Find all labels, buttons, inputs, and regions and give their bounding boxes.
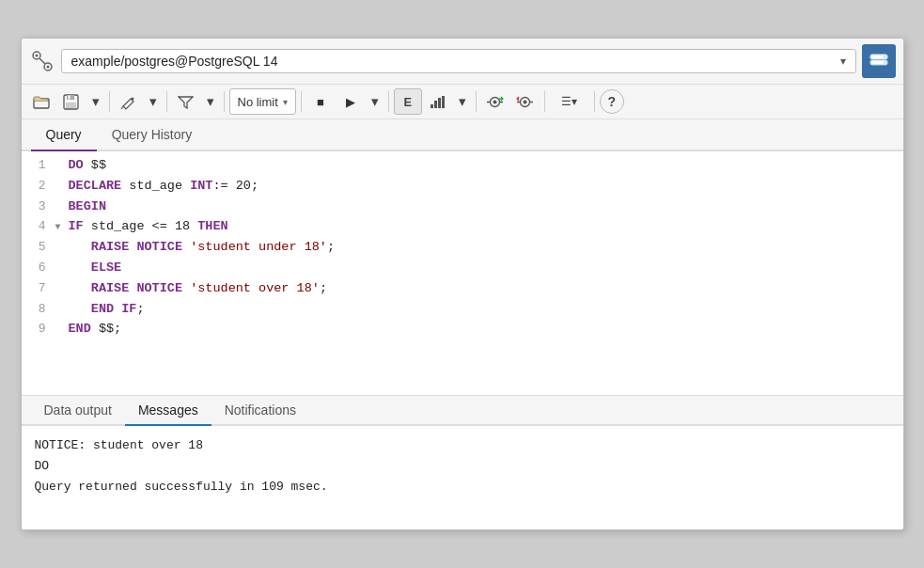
svg-point-21 — [493, 100, 497, 103]
help-button[interactable]: ? — [600, 89, 624, 114]
tab-query[interactable]: Query — [31, 119, 97, 151]
connection-string-box[interactable]: example/postgres@PostgreSQL 14 ▾ — [61, 49, 856, 73]
svg-rect-18 — [438, 98, 441, 108]
save-dropdown-button[interactable]: ▾ — [87, 88, 104, 115]
filter-dropdown-button[interactable]: ▾ — [202, 88, 219, 115]
svg-line-2 — [39, 58, 45, 64]
separator-3 — [224, 91, 225, 112]
svg-rect-19 — [442, 96, 445, 108]
output-line-1: NOTICE: student over 18 — [35, 435, 890, 456]
edit-button[interactable] — [115, 88, 143, 115]
tab-data-output[interactable]: Data output — [31, 396, 125, 426]
code-line-2: 2 DECLARE std_age INT:= 20; — [22, 176, 903, 197]
svg-point-8 — [884, 56, 885, 58]
separator-5 — [388, 91, 389, 112]
main-window: example/postgres@PostgreSQL 14 ▾ ▾ ▾ — [21, 38, 904, 530]
open-file-button[interactable] — [27, 88, 55, 115]
code-line-6: 6 ELSE — [22, 258, 903, 278]
filter-button[interactable] — [172, 88, 200, 115]
run-button[interactable]: ▶ — [337, 88, 365, 115]
limit-dropdown[interactable]: No limit ▾ — [229, 88, 296, 115]
edit-dropdown-button[interactable]: ▾ — [145, 88, 162, 115]
output-area: NOTICE: student over 18 DO Query returne… — [22, 426, 903, 529]
separator-7 — [544, 91, 545, 112]
svg-rect-14 — [66, 103, 76, 108]
connection-chevron-icon: ▾ — [840, 55, 846, 68]
tab-messages[interactable]: Messages — [125, 396, 211, 426]
code-line-7: 7 RAISE NOTICE 'student over 18'; — [22, 278, 903, 299]
svg-rect-12 — [67, 95, 74, 100]
commit-button[interactable] — [481, 88, 509, 115]
svg-rect-17 — [434, 101, 437, 108]
save-button[interactable] — [57, 88, 86, 115]
separator-4 — [301, 91, 302, 112]
code-line-9: 9 END $$; — [22, 319, 903, 339]
output-line-2: DO — [35, 456, 890, 477]
explain-analyze-button[interactable] — [424, 88, 452, 115]
svg-line-15 — [121, 106, 123, 109]
output-line-4: Query returned successfully in 109 msec. — [35, 477, 890, 497]
toolbar: ▾ ▾ ▾ No limit ▾ ■ ▶ ▾ E ▾ — [22, 85, 903, 119]
db-server-icon[interactable] — [862, 44, 896, 78]
stop-button[interactable]: ■ — [306, 88, 335, 115]
separator-6 — [476, 91, 477, 112]
run-dropdown-button[interactable]: ▾ — [367, 88, 384, 115]
rollback-button[interactable] — [511, 88, 540, 115]
code-line-3: 3 BEGIN — [22, 197, 903, 217]
code-line-1: 1 DO $$ — [22, 155, 903, 176]
code-line-8: 8 END IF; — [22, 299, 903, 320]
tab-notifications[interactable]: Notifications — [211, 396, 309, 426]
result-tabs-bar: Data output Messages Notifications — [22, 396, 903, 426]
code-line-5: 5 RAISE NOTICE 'student under 18'; — [22, 237, 903, 258]
limit-chevron-icon: ▾ — [283, 97, 288, 107]
svg-point-3 — [35, 55, 38, 57]
explain-dropdown-button[interactable]: ▾ — [454, 88, 471, 115]
connection-string-text: example/postgres@PostgreSQL 14 — [71, 54, 278, 69]
explain-button[interactable]: E — [394, 88, 422, 115]
svg-point-25 — [524, 100, 527, 103]
svg-point-9 — [884, 62, 885, 64]
code-line-4: 4 ▼ IF std_age <= 18 THEN — [22, 216, 903, 237]
separator-1 — [109, 91, 110, 112]
tab-query-history[interactable]: Query History — [97, 119, 208, 151]
connection-icon — [29, 48, 55, 74]
separator-2 — [166, 91, 167, 112]
separator-8 — [594, 91, 595, 112]
code-editor[interactable]: 1 DO $$ 2 DECLARE std_age INT:= 20; 3 BE… — [22, 151, 903, 396]
svg-point-4 — [46, 66, 49, 69]
macros-button[interactable]: ☰▾ — [550, 88, 589, 115]
svg-rect-16 — [431, 104, 433, 108]
query-tabs-bar: Query Query History — [22, 119, 903, 151]
limit-label: No limit — [238, 95, 278, 109]
connection-bar: example/postgres@PostgreSQL 14 ▾ — [22, 39, 903, 85]
svg-rect-13 — [69, 95, 70, 99]
